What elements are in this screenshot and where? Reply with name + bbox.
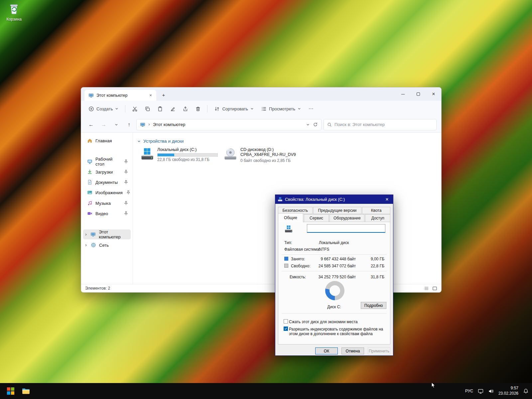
drive-d-tile[interactable]: CD-дисковод (D:) CPBA_X64FRE_RU-RU_DV9 0…: [223, 147, 300, 163]
language-indicator[interactable]: РУС: [465, 389, 473, 393]
cancel-button[interactable]: Отмена: [341, 347, 364, 354]
sidebar-item-documents[interactable]: Документы: [83, 177, 131, 187]
search-box[interactable]: [324, 119, 437, 130]
delete-icon: [195, 106, 201, 112]
network-tray-icon[interactable]: [478, 388, 483, 394]
cut-icon: [132, 106, 138, 112]
documents-icon: [87, 180, 92, 185]
compress-checkbox-label[interactable]: Сжать этот диск для экономии места: [289, 320, 385, 324]
free-bytes: 24 585 347 072 байт: [319, 264, 356, 268]
volume-label-input[interactable]: [307, 224, 385, 233]
tab-hardware[interactable]: Оборудование: [330, 214, 364, 222]
tab-quota[interactable]: Квота: [362, 207, 390, 214]
sort-button[interactable]: Сортировать: [211, 104, 257, 114]
sidebar-item-downloads[interactable]: Загрузки: [83, 167, 131, 177]
sidebar-item-desktop[interactable]: Рабочий стол: [83, 157, 131, 167]
sidebar-item-network[interactable]: Сеть: [83, 240, 131, 250]
recent-locations-button[interactable]: [111, 119, 122, 130]
search-input[interactable]: [334, 122, 433, 127]
close-button[interactable]: ×: [426, 87, 441, 101]
address-bar[interactable]: Этот компьютер: [136, 119, 322, 130]
free-color-swatch: [284, 264, 288, 268]
sidebar-item-label: Рабочий стол: [95, 157, 120, 167]
dialog-title-bar[interactable]: Свойства: Локальный диск (C:) ×: [275, 195, 393, 204]
more-options-button[interactable]: ⋯: [305, 103, 317, 114]
rename-button[interactable]: [167, 103, 179, 114]
sort-icon: [214, 106, 220, 112]
apply-button[interactable]: Применить: [368, 347, 390, 354]
sidebar-item-label: Изображения: [95, 190, 123, 195]
tree-expand-icon[interactable]: [84, 233, 87, 236]
volume-icon[interactable]: [488, 388, 494, 394]
new-tab-button[interactable]: +: [159, 90, 168, 99]
sidebar-item-music[interactable]: Музыка: [83, 198, 131, 208]
share-icon: [183, 106, 188, 112]
music-icon: [87, 200, 92, 206]
dialog-close-icon[interactable]: ×: [381, 195, 393, 204]
filesystem-value: NTFS: [319, 247, 329, 252]
filesystem-label: Файловая система:: [284, 247, 320, 252]
windows-logo-icon: [7, 387, 14, 395]
compress-checkbox[interactable]: [284, 319, 288, 324]
toolbar-divider: [207, 105, 207, 112]
sidebar-item-home[interactable]: Главная: [83, 136, 131, 146]
free-label: Свободно:: [291, 264, 311, 268]
type-value: Локальный диск: [319, 240, 349, 245]
breadcrumb[interactable]: Этот компьютер: [153, 122, 185, 127]
paste-button[interactable]: [154, 103, 166, 114]
clock[interactable]: 9:57 23.02.2026: [498, 386, 518, 396]
group-header[interactable]: Устройства и диски: [137, 139, 184, 144]
toolbar-divider: [125, 105, 125, 112]
general-tab-page: Тип: Локальный диск Файловая система: NT…: [278, 222, 390, 344]
sidebar-item-pictures[interactable]: Изображения: [83, 188, 131, 198]
copy-button[interactable]: [141, 103, 153, 114]
details-button[interactable]: Подробно: [361, 302, 386, 309]
taskbar-file-explorer[interactable]: [19, 384, 33, 398]
index-checkbox-label[interactable]: Разрешить индексировать содержимое файло…: [289, 327, 385, 336]
sidebar-item-this-pc[interactable]: Этот компьютер: [83, 229, 131, 239]
delete-button[interactable]: [192, 103, 204, 114]
tab-close-icon[interactable]: ×: [147, 92, 154, 99]
share-button[interactable]: [179, 103, 191, 114]
maximize-button[interactable]: [411, 87, 426, 101]
property-tabs-front-row: Общие Сервис Оборудование Доступ: [278, 214, 390, 222]
ok-button[interactable]: ОК: [315, 347, 338, 354]
sidebar-item-label: Музыка: [95, 201, 111, 206]
start-button[interactable]: [4, 384, 17, 398]
separator: [282, 271, 387, 271]
sidebar-item-videos[interactable]: Видео: [83, 208, 131, 218]
chevron-down-icon: [115, 107, 118, 110]
items-count: Элементов: 2: [85, 286, 110, 291]
cut-button[interactable]: [129, 103, 141, 114]
pin-icon: [123, 169, 129, 175]
up-button[interactable]: ↑: [124, 119, 134, 130]
details-view-icon[interactable]: [424, 286, 429, 291]
explorer-tab[interactable]: Этот компьютер ×: [84, 90, 156, 101]
minimize-button[interactable]: [395, 87, 411, 101]
tab-general[interactable]: Общие: [278, 213, 303, 222]
navigation-bar: ← → ↑ Этот компьютер: [81, 117, 441, 133]
tab-sharing[interactable]: Доступ: [365, 214, 390, 222]
dialog-title: Свойства: Локальный диск (C:): [285, 197, 345, 202]
refresh-icon[interactable]: [313, 122, 318, 127]
drive-c-tile[interactable]: Локальный диск (C:) 22,8 ГБ свободно из …: [140, 147, 220, 162]
forward-button[interactable]: →: [98, 119, 109, 130]
index-checkbox[interactable]: [284, 327, 288, 331]
recycle-bin[interactable]: Корзина: [3, 3, 25, 22]
address-dropdown-icon[interactable]: [306, 123, 310, 126]
notifications-bell-icon[interactable]: [523, 388, 529, 394]
capacity-label: Емкость:: [290, 275, 306, 279]
view-button[interactable]: Просмотреть: [258, 104, 304, 114]
back-button[interactable]: ←: [86, 119, 96, 130]
type-label: Тип:: [284, 240, 292, 245]
create-button[interactable]: Создать: [85, 104, 122, 114]
thumbnails-view-icon[interactable]: [432, 286, 437, 291]
tab-tools[interactable]: Сервис: [304, 214, 329, 222]
videos-icon: [87, 211, 92, 216]
paste-icon: [157, 106, 163, 112]
explorer-tab-bar: Этот компьютер × + ×: [81, 87, 441, 101]
tree-expand-icon[interactable]: [84, 244, 88, 247]
network-icon: [91, 242, 96, 248]
home-icon: [87, 138, 92, 143]
tab-previous-versions[interactable]: Предыдущие версии: [313, 207, 362, 214]
